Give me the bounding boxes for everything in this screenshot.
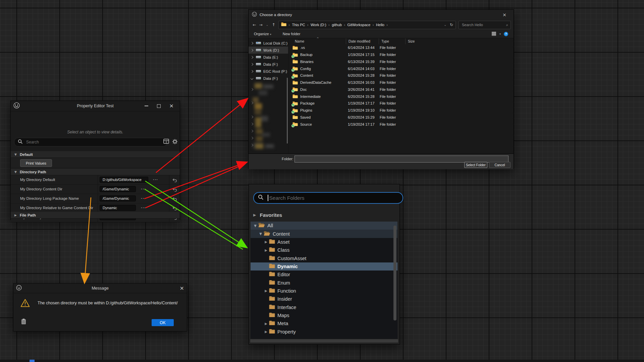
chevron-right-icon[interactable] — [251, 56, 253, 58]
reset-to-default-icon[interactable] — [172, 187, 177, 193]
column-header[interactable]: Name — [288, 38, 352, 44]
folder-tree-row[interactable]: ▶Meta — [251, 319, 397, 327]
sidebar-drive-item[interactable]: Data (F:) — [249, 61, 288, 68]
folder-tree-row[interactable]: Interface — [251, 303, 397, 311]
column-header[interactable]: Type — [379, 38, 408, 44]
print-values-button[interactable]: Print Values — [20, 159, 52, 167]
ok-button[interactable]: OK — [152, 319, 174, 326]
dialog-titlebar[interactable]: Choose a directory × — [249, 10, 514, 20]
column-header[interactable]: Date modified — [346, 38, 381, 44]
property-value-field[interactable]: /Game/Dynamic — [100, 195, 136, 201]
close-icon[interactable]: × — [180, 287, 184, 290]
new-folder-button[interactable]: New folder — [283, 32, 301, 36]
property-value-field[interactable]: /Game/Dynamic — [100, 186, 136, 192]
sidebar-drive-item[interactable]: Data (F:) — [249, 75, 288, 82]
property-value-field[interactable]: Dynamic — [100, 205, 136, 211]
recent-locations-icon[interactable]: ⌄ — [264, 23, 270, 26]
view-dropdown-icon[interactable]: ▾ — [499, 33, 501, 36]
folder-tree-row[interactable]: ▶Function — [251, 287, 397, 295]
refresh-icon[interactable]: ↻ — [450, 22, 453, 27]
cancel-button[interactable]: Cancel — [489, 162, 511, 168]
folder-tree-row[interactable]: Editor — [251, 270, 397, 279]
sidebar-drive-item[interactable]: EGC Root (P:) — [249, 68, 288, 75]
folder-tree-row[interactable]: ▼Content — [251, 230, 397, 238]
folder-input[interactable] — [294, 156, 508, 163]
chevron-right-icon[interactable]: ▶ — [264, 248, 268, 252]
chevron-right-icon[interactable]: ▶ — [264, 289, 268, 293]
file-row[interactable]: .vs6/14/2024 13:44File folder — [288, 44, 514, 51]
breadcrumb-item[interactable]: Work (D:) — [311, 23, 326, 27]
chevron-right-icon[interactable] — [251, 63, 253, 65]
copy-to-clipboard-icon[interactable] — [21, 318, 26, 326]
reset-to-default-icon[interactable] — [172, 206, 177, 212]
file-row[interactable]: Backup1/19/2024 17:15File folder — [288, 51, 514, 58]
folder-tree-row[interactable]: ▶Property — [251, 327, 397, 336]
display-filter-icon[interactable] — [163, 139, 169, 145]
file-row[interactable]: Config6/14/2024 14:03File folder — [288, 65, 514, 72]
file-row[interactable]: Content6/20/2024 15:28File folder — [288, 72, 514, 79]
folder-tree-row[interactable]: Insider — [251, 295, 397, 303]
section-default[interactable]: ▼ Default — [11, 151, 180, 158]
file-row[interactable]: Source1/19/2024 17:17File folder — [288, 121, 514, 128]
sidebar-scrollbar[interactable] — [287, 78, 288, 143]
search-input[interactable] — [461, 22, 506, 27]
file-row[interactable]: DerivedDataCache6/13/2024 16:03File fold… — [288, 79, 514, 86]
breadcrumb-item[interactable]: This PC — [292, 23, 305, 27]
breadcrumb-item[interactable]: github — [332, 23, 342, 27]
breadcrumb-item[interactable]: GitWorkspace — [347, 23, 371, 27]
sidebar-drive-item[interactable]: Data (E:) — [249, 54, 288, 61]
chevron-right-icon[interactable]: ▶ — [264, 322, 268, 325]
reset-to-default-icon[interactable] — [172, 178, 177, 184]
browse-ellipsis-button[interactable]: ••• — [141, 206, 146, 209]
address-dropdown-icon[interactable]: ⌄ — [444, 23, 446, 26]
help-icon[interactable]: ? — [504, 32, 508, 36]
close-icon[interactable]: × — [499, 10, 510, 20]
minimize-icon[interactable] — [145, 106, 148, 106]
chevron-down-icon[interactable]: ▼ — [259, 232, 263, 236]
chevron-down-icon[interactable]: ▼ — [253, 224, 257, 228]
reset-to-default-icon[interactable] — [172, 196, 177, 202]
file-row[interactable]: Doc3/26/2024 16:41File folder — [288, 86, 514, 93]
tree-scrollbar[interactable] — [393, 226, 396, 320]
folder-tree-row[interactable]: ▼All — [251, 222, 397, 230]
chevron-right-icon[interactable]: ▶ — [264, 330, 268, 334]
file-row[interactable]: Saved6/20/2024 15:29File folder — [288, 114, 514, 121]
folder-tree-row[interactable]: CustomAsset — [251, 254, 397, 262]
browse-ellipsis-button[interactable]: ••• — [141, 188, 146, 190]
back-icon[interactable]: ← — [251, 22, 258, 27]
property-value-field[interactable]: D:/github/GitWorkspace — [100, 177, 148, 183]
folder-tree-row[interactable]: Maps — [251, 311, 397, 319]
maximize-icon[interactable] — [157, 104, 161, 108]
chevron-right-icon[interactable]: ▶ — [264, 240, 268, 244]
section-directory-path[interactable]: ▼ Directory Path — [11, 169, 180, 175]
favorites-section[interactable]: ▶ Favorites — [249, 210, 399, 220]
window-titlebar[interactable]: Property Editor Test × — [11, 101, 180, 111]
file-row[interactable]: Package1/19/2024 17:17File folder — [288, 100, 514, 107]
sidebar-drive-item[interactable]: Work (D:) — [249, 47, 288, 54]
file-row[interactable]: Binaries6/13/2024 15:39File folder — [288, 58, 514, 65]
chevron-right-icon[interactable] — [251, 42, 253, 44]
section-file-path[interactable]: ▶ File Path — [11, 212, 180, 219]
chevron-right-icon[interactable] — [251, 49, 253, 51]
sidebar-drive-item[interactable]: Local Disk (C:) — [249, 40, 288, 47]
file-row[interactable]: Plugins1/19/2024 19:10File folder — [288, 107, 514, 114]
browse-ellipsis-button[interactable]: ••• — [141, 197, 146, 199]
address-bar[interactable]: ›This PC›Work (D:)›github›GitWorkspace›H… — [278, 21, 456, 29]
folder-tree-row[interactable]: ▶Asset — [251, 238, 397, 246]
settings-gear-icon[interactable] — [172, 139, 178, 146]
breadcrumb-item[interactable]: Hello — [376, 23, 384, 27]
browse-ellipsis-button[interactable]: ••• — [153, 178, 158, 181]
close-icon[interactable]: × — [169, 104, 174, 108]
chevron-right-icon[interactable] — [251, 70, 253, 72]
search-input[interactable] — [25, 139, 164, 145]
organize-button[interactable]: Organize ▾ — [254, 32, 271, 36]
forward-icon[interactable]: → — [258, 22, 264, 27]
select-folder-button[interactable]: Select Folder — [464, 162, 487, 168]
folder-search-input[interactable] — [269, 195, 399, 201]
chevron-down-icon[interactable] — [251, 77, 253, 79]
file-row[interactable]: Intermediate6/20/2024 15:28File folder — [288, 93, 514, 100]
folder-tree-row[interactable]: Enum — [251, 279, 397, 287]
details-view-icon[interactable] — [491, 32, 496, 37]
folder-tree-row[interactable]: Dynamic — [251, 262, 397, 270]
column-header[interactable]: Size — [405, 38, 426, 44]
